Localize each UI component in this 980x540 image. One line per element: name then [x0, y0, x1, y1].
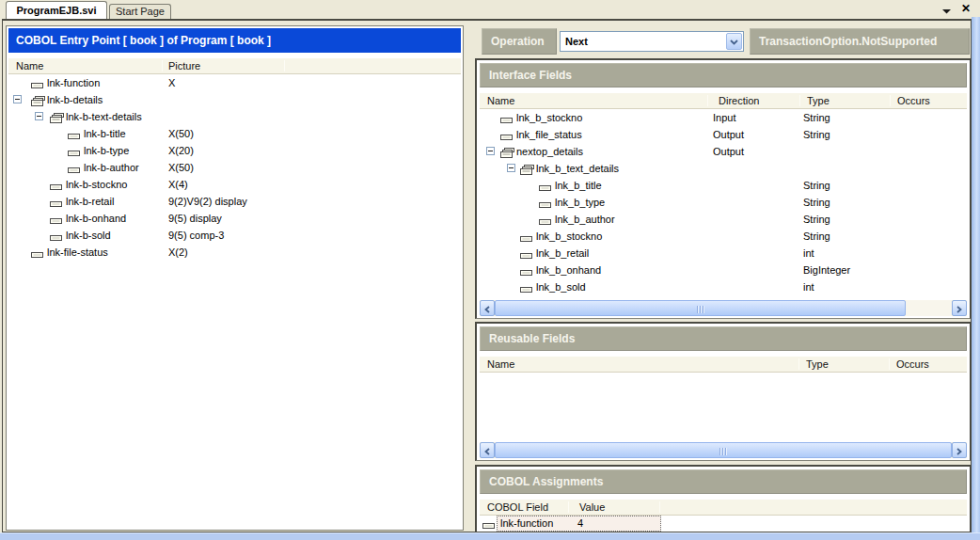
cobol-assignments-section: COBOL Assignments COBOL Field Value lnk-…	[475, 465, 971, 532]
chevron-down-icon[interactable]	[726, 33, 742, 50]
tree-row[interactable]: lnk-b-onhand9(5) display	[8, 210, 461, 227]
tree-row[interactable]: lnk_b_typeString	[480, 194, 967, 211]
column-divider[interactable]	[568, 501, 569, 513]
column-divider[interactable]	[798, 358, 799, 370]
field-name: lnk-file-status	[47, 244, 108, 261]
tree-row[interactable]: nextop_detailsOutput	[480, 143, 967, 160]
tree-row[interactable]: lnk_b_stocknoString	[480, 228, 967, 245]
operation-label: Operation	[482, 28, 557, 55]
field-name: lnk-b-text-details	[66, 108, 142, 125]
field-name: lnk-b-type	[84, 142, 129, 159]
group-field-icon	[50, 112, 65, 123]
interface-fields-section: Interface Fields Name Direction Type Occ…	[475, 58, 971, 319]
tree-row[interactable]: lnk_b_onhandBigInteger	[480, 262, 967, 278]
elementary-field-icon	[50, 180, 65, 191]
picture-cell: X(4)	[168, 176, 188, 193]
field-name: lnk_b_text_details	[536, 160, 619, 177]
tree-row[interactable]: lnk_b_retailint	[480, 245, 967, 262]
tree-collapse-minus-icon[interactable]	[486, 147, 495, 155]
tree-row[interactable]: lnk-b-sold9(5) comp-3	[8, 227, 461, 244]
type-cell: String	[803, 177, 830, 194]
direction-cell: Output	[713, 126, 744, 143]
tree-row[interactable]: lnk-b-details	[8, 91, 461, 108]
tree-row[interactable]: lnk-b-titleX(50)	[8, 125, 461, 142]
elementary-field-icon	[50, 214, 65, 225]
scroll-right-icon[interactable]	[952, 300, 967, 316]
selected-assignment[interactable]: lnk-function4	[497, 516, 661, 532]
type-cell: String	[803, 126, 830, 143]
assignment-row[interactable]: lnk-function4	[480, 516, 967, 532]
tab-start-page[interactable]: Start Page	[109, 4, 171, 19]
elementary-field-icon	[520, 231, 535, 243]
elementary-field-icon	[482, 518, 498, 530]
scroll-left-icon[interactable]	[480, 442, 495, 458]
close-icon[interactable]: ✕	[959, 2, 972, 15]
elementary-field-icon	[68, 129, 83, 140]
elementary-field-icon	[50, 230, 65, 242]
column-header-cobol-field: COBOL Field	[487, 500, 548, 515]
tree-row[interactable]: lnk-b-typeX(20)	[8, 142, 461, 159]
tree-row[interactable]: lnk_b_soldint	[480, 278, 967, 295]
field-name: lnk_b_title	[555, 177, 602, 194]
entry-point-title: COBOL Entry Point [ book ] of Program [ …	[8, 28, 461, 53]
left-column-header: Name Picture	[8, 58, 461, 74]
tree-row[interactable]: lnk_b_authorString	[480, 211, 967, 228]
scrollbar-grip	[697, 306, 705, 313]
field-name: lnk_b_retail	[536, 245, 589, 262]
column-divider[interactable]	[659, 501, 660, 513]
operation-select[interactable]: Next	[560, 31, 744, 52]
scrollbar-thumb[interactable]	[495, 442, 952, 458]
column-divider[interactable]	[162, 60, 163, 71]
tree-collapse-minus-icon[interactable]	[13, 95, 22, 103]
picture-cell: X(2)	[168, 244, 188, 261]
horizontal-scrollbar	[480, 300, 967, 316]
tab-label: ProgramEJB.svi	[17, 5, 97, 16]
scroll-left-icon[interactable]	[480, 300, 495, 316]
picture-cell: X(20)	[168, 142, 194, 159]
tree-row[interactable]: lnk-file-statusX(2)	[8, 244, 461, 261]
tree-row[interactable]: lnk-b-stocknoX(4)	[8, 176, 461, 193]
scrollbar-grip	[719, 448, 728, 455]
operation-detail-pane: Operation Next TransactionOption.NotSupp…	[475, 21, 971, 534]
scrollbar-thumb[interactable]	[495, 300, 906, 316]
scroll-right-icon[interactable]	[952, 442, 967, 458]
column-divider[interactable]	[799, 95, 800, 106]
tree-collapse-minus-icon[interactable]	[35, 112, 43, 120]
assignment-value[interactable]: 4	[577, 516, 583, 531]
direction-cell: Output	[713, 143, 744, 160]
tab-programejb[interactable]: ProgramEJB.svi	[6, 1, 107, 19]
tree-row[interactable]: lnk_b_text_details	[480, 160, 967, 177]
column-header-value: Value	[579, 500, 605, 515]
column-divider[interactable]	[889, 358, 890, 370]
type-cell: int	[803, 245, 814, 262]
tree-row[interactable]: lnk-b-authorX(50)	[8, 159, 461, 176]
field-name: lnk-b-retail	[66, 193, 114, 210]
tree-row[interactable]: lnk_b_stocknoInputString	[480, 109, 967, 126]
field-name: lnk_b_sold	[536, 278, 586, 295]
cobol-assignments-title: COBOL Assignments	[480, 469, 967, 494]
field-name: lnk_b_stockno	[536, 228, 602, 245]
tree-row[interactable]: lnk_b_titleString	[480, 177, 967, 194]
column-header-name: Name	[487, 357, 514, 372]
window-edge-bottom	[0, 532, 980, 540]
tree-row[interactable]: lnk-b-retail9(2)V9(2) display	[8, 193, 461, 210]
elementary-field-icon	[68, 163, 83, 174]
scrollbar-track[interactable]	[906, 300, 952, 316]
tab-label: Start Page	[116, 6, 165, 17]
column-header-occurs: Occurs	[897, 93, 930, 108]
column-divider[interactable]	[284, 60, 285, 71]
tree-row[interactable]: lnk-b-text-details	[8, 108, 461, 125]
elementary-field-icon	[500, 130, 515, 141]
column-divider[interactable]	[890, 95, 891, 106]
tree-row[interactable]: lnk_file_statusOutputString	[480, 126, 967, 143]
field-name: lnk-b-onhand	[66, 210, 126, 227]
type-cell: String	[803, 228, 830, 245]
column-divider[interactable]	[707, 95, 708, 106]
tab-list-dropdown-icon[interactable]	[942, 5, 954, 14]
operation-row: Operation Next TransactionOption.NotSupp…	[475, 28, 971, 55]
field-name: lnk-function	[47, 74, 100, 91]
group-field-icon	[500, 147, 515, 158]
tree-row[interactable]: lnk-functionX	[8, 74, 461, 91]
direction-cell: Input	[713, 109, 735, 126]
tree-collapse-minus-icon[interactable]	[507, 164, 515, 172]
